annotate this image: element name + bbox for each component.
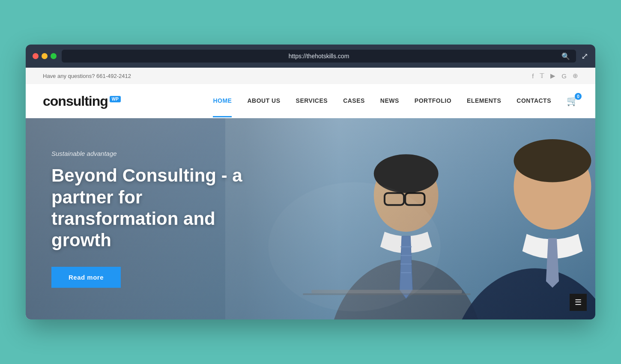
cart-button[interactable]: 🛒 0 [567,95,578,107]
cart-count: 0 [575,93,582,100]
maximize-button[interactable] [51,53,57,59]
web-icon[interactable]: ⊕ [573,72,578,80]
svg-point-13 [514,139,591,182]
nav-item-about[interactable]: ABOUT US [247,85,280,117]
google-icon[interactable]: G [561,72,567,80]
header: consulting WP HOME ABOUT US SERVICES CAS… [26,84,595,118]
nav-item-portfolio[interactable]: PORTFOLIO [415,85,451,117]
logo-text: consulting [43,94,108,108]
browser-chrome: https://thehotskills.com 🔍 ⤢ [26,45,595,68]
fullscreen-icon[interactable]: ⤢ [581,51,588,61]
top-bar: Have any questions? 661-492-2412 f 𝕋 ▶ G… [26,68,595,84]
browser-window: https://thehotskills.com 🔍 ⤢ Have any qu… [26,45,595,319]
hamburger-menu[interactable]: ☰ [570,294,587,311]
nav-item-news[interactable]: NEWS [380,85,399,117]
hamburger-icon: ☰ [575,298,582,307]
hero-content: Sustainable advantage Beyond Consulting … [26,150,283,288]
url-text: https://thehotskills.com [289,53,349,60]
hero-section: Sustainable advantage Beyond Consulting … [26,118,595,319]
nav-item-home[interactable]: HOME [213,85,232,117]
youtube-icon[interactable]: ▶ [550,72,555,80]
website: Have any questions? 661-492-2412 f 𝕋 ▶ G… [26,68,595,319]
minimize-button[interactable] [42,53,48,59]
nav-item-elements[interactable]: ELEMENTS [467,85,501,117]
wp-badge: WP [110,96,121,102]
address-bar[interactable]: https://thehotskills.com 🔍 [62,50,576,63]
phone-text: Have any questions? 661-492-2412 [43,73,131,79]
twitter-icon[interactable]: 𝕋 [540,72,544,80]
hero-title: Beyond Consulting - a partner for transf… [51,165,257,251]
social-icons: f 𝕋 ▶ G ⊕ [532,72,578,80]
hero-tagline: Sustainable advantage [51,150,257,157]
nav-item-contacts[interactable]: CONTACTS [517,85,551,117]
search-icon: 🔍 [561,52,570,60]
read-more-button[interactable]: Read more [51,267,121,288]
facebook-icon[interactable]: f [532,72,534,80]
nav-item-cases[interactable]: CASES [343,85,365,117]
logo[interactable]: consulting WP [43,94,121,108]
nav-item-services[interactable]: SERVICES [296,85,328,117]
close-button[interactable] [33,53,39,59]
main-nav: HOME ABOUT US SERVICES CASES NEWS PORTFO… [213,85,578,117]
traffic-lights [33,53,57,59]
